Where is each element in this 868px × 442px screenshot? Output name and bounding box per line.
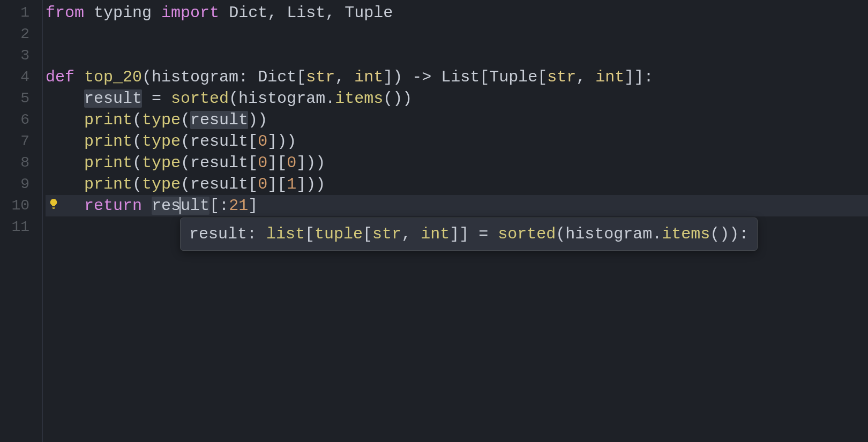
code-line[interactable]: print(type(result[0][0])) (46, 152, 868, 174)
variable-result: result (152, 197, 209, 215)
builtin-type: type (142, 111, 181, 129)
keyword-import: import (161, 4, 219, 22)
function-name: top_20 (84, 68, 142, 86)
line-number: 7 (0, 131, 42, 152)
line-number: 2 (0, 24, 42, 45)
code-line[interactable]: print(type(result[0])) (46, 131, 868, 152)
code-line[interactable]: print(type(result[0][1])) (46, 174, 868, 195)
variable-result: result (190, 111, 248, 129)
code-line[interactable] (46, 45, 868, 66)
line-number: 3 (0, 45, 42, 66)
code-line[interactable]: from typing import Dict, List, Tuple (46, 2, 868, 24)
tooltip-type: int (421, 225, 450, 243)
import-name: List (287, 4, 325, 22)
type-int: int (354, 68, 383, 86)
line-number-gutter: 1 2 3 4 5 6 7 8 9 10 11 (0, 0, 43, 442)
builtin-print: print (84, 175, 132, 193)
number-literal: 1 (287, 175, 296, 193)
variable-result: result (190, 154, 248, 172)
type-annotation: Dict (258, 68, 296, 86)
builtin-print: print (84, 111, 132, 129)
builtin-type: type (142, 154, 181, 172)
number-literal: 0 (258, 175, 267, 193)
variable-result: result (84, 89, 142, 108)
type-str: str (306, 68, 335, 86)
type-hover-tooltip: result: list[tuple[str, int]] = sorted(h… (180, 218, 758, 251)
code-line[interactable]: result = sorted(histogram.items()) (46, 88, 868, 109)
line-number: 1 (0, 2, 42, 24)
line-number: 11 (0, 216, 42, 238)
code-line[interactable]: def top_20(histogram: Dict[str, int]) ->… (46, 66, 868, 88)
parameter: histogram (152, 68, 238, 86)
lightbulb-icon[interactable] (48, 198, 59, 209)
line-number: 6 (0, 109, 42, 131)
tooltip-type: list (266, 225, 305, 243)
tooltip-type: tuple (315, 225, 363, 243)
number-literal: 0 (258, 132, 267, 151)
tooltip-variable: result (189, 225, 247, 243)
type-str: str (547, 68, 576, 86)
code-line-current[interactable]: return result[:21] (46, 195, 868, 216)
text-cursor (179, 197, 181, 214)
keyword-def: def (46, 68, 74, 86)
line-number: 9 (0, 174, 42, 195)
line-number: 4 (0, 66, 42, 88)
type-annotation: Tuple (489, 68, 537, 86)
keyword-from: from (46, 4, 84, 22)
variable-result: result (190, 175, 248, 193)
import-name: Dict (229, 4, 267, 22)
builtin-print: print (84, 132, 132, 151)
import-name: Tuple (345, 4, 393, 22)
code-editor[interactable]: 1 2 3 4 5 6 7 8 9 10 11 from typing impo… (0, 0, 868, 442)
builtin-sorted: sorted (171, 89, 229, 108)
tooltip-type: str (372, 225, 401, 243)
module-name: typing (94, 4, 152, 22)
line-number: 5 (0, 88, 42, 109)
variable-result: result (190, 132, 248, 151)
type-annotation: List (441, 68, 480, 86)
number-literal: 0 (287, 154, 296, 172)
variable: histogram (238, 89, 325, 108)
builtin-print: print (84, 154, 132, 172)
method-items: items (335, 89, 383, 108)
builtin-type: type (142, 175, 181, 193)
line-number: 8 (0, 152, 42, 174)
tooltip-call: sorted (498, 225, 556, 243)
tooltip-call: items (662, 225, 710, 243)
number-literal: 0 (258, 154, 267, 172)
builtin-type: type (142, 132, 181, 151)
line-number: 10 (0, 195, 42, 216)
tooltip-variable: histogram (565, 225, 652, 243)
keyword-return: return (84, 197, 142, 215)
code-line[interactable] (46, 24, 868, 45)
code-line[interactable]: print(type(result)) (46, 109, 868, 131)
type-int: int (595, 68, 624, 86)
number-literal: 21 (229, 197, 248, 215)
